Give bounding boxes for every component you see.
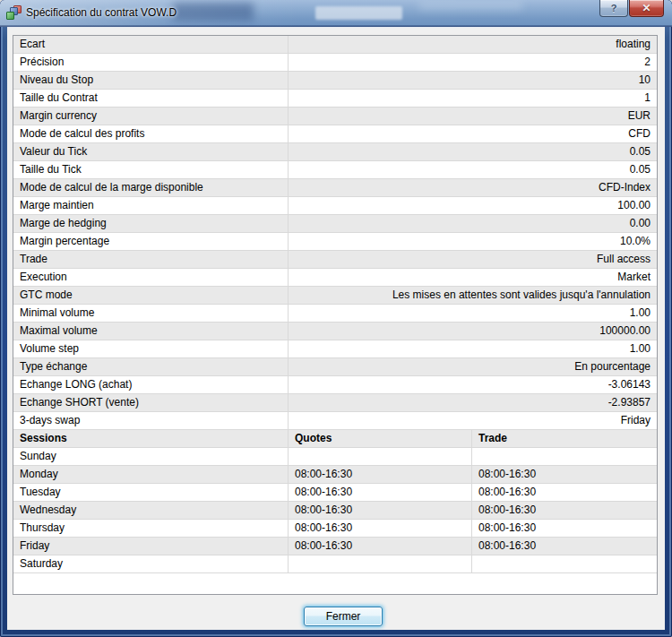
property-value: EUR: [289, 108, 657, 125]
session-day: Wednesday: [13, 502, 289, 519]
property-value: 100.00: [289, 197, 657, 214]
session-quotes: [289, 555, 472, 572]
property-label: Margin percentage: [13, 233, 289, 250]
session-quotes: 08:00-16:30: [289, 538, 472, 555]
session-row: Thursday08:00-16:3008:00-16:30: [13, 520, 657, 538]
property-row: Ecartfloating: [13, 36, 657, 54]
titlebar[interactable]: Spécification du contrat VOW.D ? ✕: [0, 0, 672, 27]
session-trade: 08:00-16:30: [472, 520, 657, 537]
session-quotes: 08:00-16:30: [289, 466, 472, 483]
session-row: Monday08:00-16:3008:00-16:30: [13, 466, 657, 484]
trade-header: Trade: [472, 430, 657, 447]
fermer-button[interactable]: Fermer: [304, 607, 383, 626]
property-row: Margin currencyEUR: [13, 108, 657, 125]
close-button[interactable]: ✕: [629, 0, 664, 17]
dialog-client-area: EcartfloatingPrécision2Niveau du Stop10T…: [7, 27, 665, 630]
property-label: Marge maintien: [13, 197, 289, 214]
property-label: Marge de hedging: [13, 215, 289, 232]
property-row: Niveau du Stop10: [13, 72, 657, 90]
green-cube-icon: [6, 12, 14, 20]
session-trade: 08:00-16:30: [472, 502, 657, 519]
help-button[interactable]: ?: [599, 0, 628, 17]
contract-specification-dialog: Spécification du contrat VOW.D ? ✕ Ecart…: [0, 0, 672, 637]
property-row: ExecutionMarket: [13, 269, 657, 287]
close-icon: ✕: [642, 2, 650, 14]
property-label: Maximal volume: [13, 323, 289, 340]
session-row: Saturday: [13, 555, 657, 573]
specification-table: EcartfloatingPrécision2Niveau du Stop10T…: [13, 35, 658, 595]
property-value: 10.0%: [289, 233, 657, 250]
property-row: Echange LONG (achat)-3.06143: [13, 376, 657, 394]
property-row: Margin percentage10.0%: [13, 233, 657, 251]
session-trade: [472, 448, 657, 465]
session-trade: 08:00-16:30: [472, 538, 657, 555]
property-label: 3-days swap: [13, 412, 289, 429]
properties-rows: EcartfloatingPrécision2Niveau du Stop10T…: [13, 36, 657, 430]
property-value: Les mises en attentes sont valides jusqu…: [289, 287, 657, 304]
property-row: Echange SHORT (vente)-2.93857: [13, 394, 657, 412]
sessions-header: Sessions: [13, 430, 289, 447]
property-value: En pourcentage: [289, 358, 657, 375]
property-row: TradeFull access: [13, 251, 657, 269]
property-value: floating: [289, 36, 657, 53]
property-value: 2: [289, 54, 657, 71]
property-label: Echange LONG (achat): [13, 376, 289, 393]
property-value: 100000.00: [289, 323, 657, 340]
session-quotes: 08:00-16:30: [289, 520, 472, 537]
property-label: GTC mode: [13, 287, 289, 304]
property-row: GTC modeLes mises en attentes sont valid…: [13, 287, 657, 305]
property-label: Mode de calcul des profits: [13, 125, 289, 142]
property-value: CFD-Index: [289, 179, 657, 196]
property-row: Marge maintien100.00: [13, 197, 657, 215]
property-row: Marge de hedging0.00: [13, 215, 657, 233]
property-value: 0.05: [289, 143, 657, 160]
property-value: 1.00: [289, 340, 657, 357]
property-label: Valeur du Tick: [13, 143, 289, 160]
property-value: -3.06143: [289, 376, 657, 393]
property-label: Trade: [13, 251, 289, 268]
session-row: Sunday: [13, 448, 657, 466]
sessions-header-row: Sessions Quotes Trade: [13, 430, 657, 448]
session-day: Friday: [13, 538, 289, 555]
property-label: Niveau du Stop: [13, 72, 289, 89]
quotes-header: Quotes: [289, 430, 472, 447]
property-label: Margin currency: [13, 108, 289, 125]
session-row: Wednesday08:00-16:3008:00-16:30: [13, 502, 657, 520]
property-row: Précision2: [13, 54, 657, 72]
symbol-cubes-icon: [6, 5, 22, 20]
session-row: Tuesday08:00-16:3008:00-16:30: [13, 484, 657, 502]
help-icon: ?: [611, 3, 617, 13]
property-row: Type échangeEn pourcentage: [13, 358, 657, 376]
window-title: Spécification du contrat VOW.D: [26, 0, 177, 26]
property-row: Volume step1.00: [13, 340, 657, 358]
property-row: Valeur du Tick0.05: [13, 143, 657, 161]
session-quotes: [289, 448, 472, 465]
property-value: 0.00: [289, 215, 657, 232]
property-label: Type échange: [13, 358, 289, 375]
property-row: 3-days swapFriday: [13, 412, 657, 430]
property-value: Full access: [289, 251, 657, 268]
session-quotes: 08:00-16:30: [289, 484, 472, 501]
property-value: CFD: [289, 125, 657, 142]
session-day: Monday: [13, 466, 289, 483]
session-row: Friday08:00-16:3008:00-16:30: [13, 538, 657, 555]
session-day: Saturday: [13, 555, 289, 572]
property-row: Taille du Contrat1: [13, 90, 657, 108]
property-row: Maximal volume100000.00: [13, 323, 657, 340]
session-trade: 08:00-16:30: [472, 484, 657, 501]
property-value: 1: [289, 90, 657, 107]
property-label: Taille du Tick: [13, 161, 289, 178]
property-value: Friday: [289, 412, 657, 429]
property-value: -2.93857: [289, 394, 657, 411]
property-label: Mode de calcul de la marge disponible: [13, 179, 289, 196]
session-day: Tuesday: [13, 484, 289, 501]
property-label: Echange SHORT (vente): [13, 394, 289, 411]
session-day: Sunday: [13, 448, 289, 465]
property-value: 0.05: [289, 161, 657, 178]
session-trade: 08:00-16:30: [472, 466, 657, 483]
session-quotes: 08:00-16:30: [289, 502, 472, 519]
session-day: Thursday: [13, 520, 289, 537]
property-label: Minimal volume: [13, 305, 289, 322]
property-label: Execution: [13, 269, 289, 286]
property-label: Volume step: [13, 340, 289, 357]
